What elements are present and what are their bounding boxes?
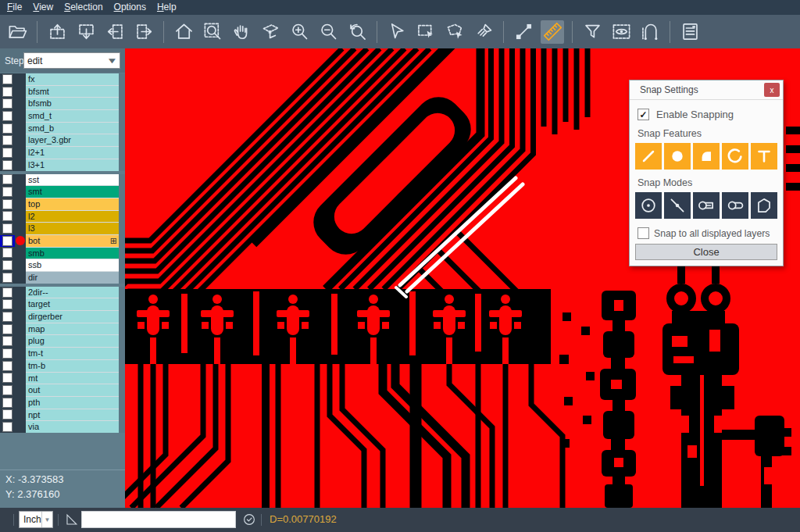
layer-name[interactable]: fx bbox=[26, 73, 119, 85]
snap-line-button[interactable] bbox=[635, 143, 662, 170]
enable-snapping-checkbox[interactable]: ✓ bbox=[638, 109, 649, 120]
step-select[interactable]: edit ▼ bbox=[23, 52, 120, 69]
menu-view[interactable]: View bbox=[27, 0, 59, 15]
layer-visibility-checkbox[interactable] bbox=[0, 348, 15, 359]
layer-name[interactable]: l2 bbox=[26, 211, 119, 223]
report-button[interactable] bbox=[678, 20, 702, 44]
layer-visibility-checkbox[interactable] bbox=[0, 335, 15, 347]
layer-name[interactable]: pth bbox=[26, 397, 119, 409]
zoom-out-button[interactable] bbox=[316, 20, 340, 44]
zoom-window-button[interactable] bbox=[201, 20, 224, 44]
layer-visibility-checkbox[interactable] bbox=[0, 123, 15, 134]
layer-name[interactable]: smd_b bbox=[26, 123, 119, 134]
layer-visibility-checkbox[interactable] bbox=[0, 223, 15, 234]
layer-visibility-checkbox[interactable] bbox=[0, 159, 15, 171]
filter-button[interactable] bbox=[580, 20, 604, 44]
layer-visibility-checkbox[interactable] bbox=[0, 272, 15, 284]
layer-visibility-checkbox[interactable] bbox=[0, 287, 15, 298]
layer-visibility-checkbox[interactable] bbox=[0, 397, 15, 409]
layer-name[interactable]: plug bbox=[26, 335, 119, 347]
layer-name[interactable]: sst bbox=[26, 174, 119, 186]
open-folder-button[interactable] bbox=[5, 20, 29, 44]
layer-visibility-checkbox[interactable] bbox=[0, 323, 15, 335]
layer-visibility-checkbox[interactable] bbox=[0, 421, 15, 433]
layer-name[interactable]: bot⊞ bbox=[26, 235, 119, 247]
layer-visibility-checkbox[interactable] bbox=[0, 235, 15, 247]
snap-arc-button[interactable] bbox=[722, 143, 748, 170]
route-path-button[interactable] bbox=[638, 20, 662, 44]
shift-right-button[interactable] bbox=[132, 20, 155, 44]
layer-name[interactable]: tm-b bbox=[26, 360, 119, 372]
layer-visibility-checkbox[interactable] bbox=[0, 373, 15, 384]
menu-help[interactable]: Help bbox=[152, 0, 182, 15]
snap-circle-button[interactable] bbox=[664, 143, 691, 170]
shift-up-button[interactable] bbox=[45, 20, 69, 44]
layer-visibility-checkbox[interactable] bbox=[0, 360, 15, 372]
zoom-in-button[interactable] bbox=[288, 20, 311, 44]
shift-down-button[interactable] bbox=[74, 20, 98, 44]
select-poly-button[interactable] bbox=[443, 20, 466, 44]
menu-file[interactable]: File bbox=[2, 0, 27, 15]
layer-name[interactable]: via bbox=[26, 421, 119, 433]
measure-input[interactable] bbox=[81, 511, 236, 528]
layer-visibility-checkbox[interactable] bbox=[0, 298, 15, 310]
layer-name[interactable]: l3 bbox=[26, 223, 119, 234]
zoom-previous-button[interactable] bbox=[345, 20, 369, 44]
menu-options[interactable]: Options bbox=[109, 0, 152, 15]
layer-visibility-checkbox[interactable] bbox=[0, 86, 15, 98]
unit-select[interactable]: Inch ▼ bbox=[19, 511, 53, 528]
layer-visibility-checkbox[interactable] bbox=[0, 248, 15, 259]
layer-visibility-checkbox[interactable] bbox=[0, 147, 15, 159]
layer-visibility-checkbox[interactable] bbox=[0, 186, 15, 198]
layer-name[interactable]: smt bbox=[26, 186, 119, 198]
layer-name[interactable]: smd_t bbox=[26, 110, 119, 122]
layer-name[interactable]: 2dir-- bbox=[26, 287, 119, 298]
layer-visibility-checkbox[interactable] bbox=[0, 174, 15, 186]
layer-name[interactable]: dirgerber bbox=[26, 311, 119, 323]
select-rect-button[interactable] bbox=[414, 20, 438, 44]
snap-panel-close-button[interactable]: Close bbox=[635, 244, 777, 260]
layer-name[interactable]: out bbox=[26, 384, 119, 396]
pan-hand-button[interactable] bbox=[230, 20, 253, 44]
mode-oblong-button[interactable] bbox=[722, 192, 748, 219]
layer-name[interactable]: bfsmt bbox=[26, 86, 119, 98]
mode-polygon-button[interactable] bbox=[751, 192, 777, 219]
layer-visibility-checkbox[interactable] bbox=[0, 110, 15, 122]
layer-visibility-checkbox[interactable] bbox=[0, 73, 15, 85]
measure-ruler-button[interactable] bbox=[541, 20, 564, 44]
snap-panel-close-x-button[interactable]: x bbox=[764, 83, 780, 97]
layer-name[interactable]: ssb bbox=[26, 259, 119, 271]
zoom-home-button[interactable] bbox=[172, 20, 195, 44]
zoom-area-button[interactable] bbox=[259, 20, 282, 44]
layer-visibility-checkbox[interactable] bbox=[0, 211, 15, 223]
layer-name[interactable]: smb bbox=[26, 248, 119, 259]
layer-name[interactable]: npt bbox=[26, 409, 119, 421]
layer-visibility-checkbox[interactable] bbox=[0, 198, 15, 210]
shift-left-button[interactable] bbox=[103, 20, 127, 44]
snap-pad-button[interactable] bbox=[693, 143, 720, 170]
mode-point-button[interactable] bbox=[664, 192, 691, 219]
snap-panel-titlebar[interactable]: Snap Settings x bbox=[630, 80, 783, 100]
layer-name[interactable]: tm-t bbox=[26, 348, 119, 359]
select-cursor-button[interactable] bbox=[385, 20, 409, 44]
layer-visibility-checkbox[interactable] bbox=[0, 384, 15, 396]
layer-visibility-checkbox[interactable] bbox=[0, 409, 15, 421]
mode-center-button[interactable] bbox=[635, 192, 662, 219]
layer-name[interactable]: l2+1 bbox=[26, 147, 119, 159]
layer-name[interactable]: bfsmb bbox=[26, 98, 119, 109]
snap-all-layers-checkbox[interactable] bbox=[638, 227, 649, 239]
angle-icon[interactable] bbox=[64, 512, 79, 527]
menu-selection[interactable]: Selection bbox=[59, 0, 108, 15]
layer-name[interactable]: map bbox=[26, 323, 119, 335]
layer-name[interactable]: dir bbox=[26, 272, 119, 284]
snap-text-button[interactable] bbox=[751, 143, 777, 170]
layer-visibility-checkbox[interactable] bbox=[0, 259, 15, 271]
layer-visibility-checkbox[interactable] bbox=[0, 311, 15, 323]
layer-visibility-checkbox[interactable] bbox=[0, 134, 15, 146]
layer-name[interactable]: layer_3.gbr bbox=[26, 134, 119, 146]
clean-brush-button[interactable] bbox=[472, 20, 495, 44]
check-circle-icon[interactable] bbox=[242, 512, 256, 527]
measure-line-button[interactable] bbox=[512, 20, 535, 44]
layer-name[interactable]: target bbox=[26, 298, 119, 310]
layer-name[interactable]: l3+1 bbox=[26, 159, 119, 171]
